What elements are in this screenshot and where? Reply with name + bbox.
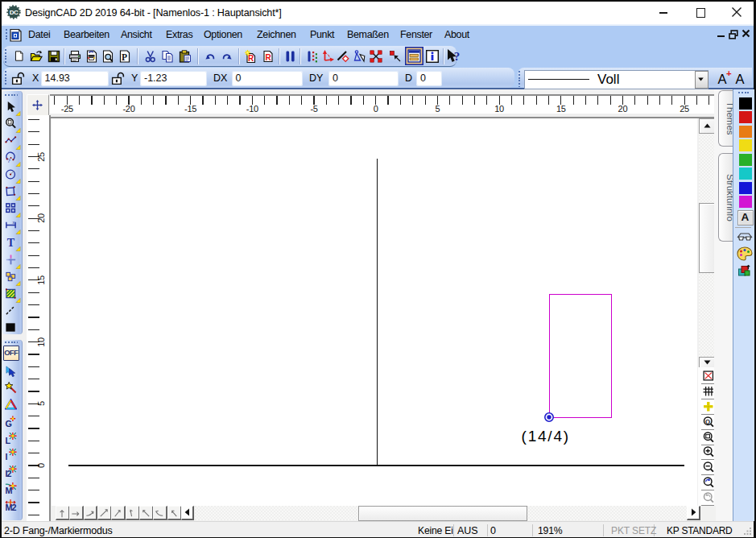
svg-text:T: T	[7, 237, 15, 249]
svg-text:DC: DC	[10, 9, 19, 16]
svg-text:M: M	[5, 486, 12, 495]
svg-text:R: R	[248, 54, 254, 63]
svg-text:G: G	[5, 418, 11, 427]
svg-text:x: x	[12, 220, 14, 225]
svg-text:?: ?	[454, 50, 461, 63]
svg-text:Q: Q	[705, 417, 710, 424]
svg-text:I: I	[5, 452, 7, 461]
svg-text:P: P	[122, 52, 127, 62]
svg-text:R: R	[265, 53, 271, 62]
svg-text:L: L	[5, 435, 10, 444]
svg-text:?: ?	[7, 157, 10, 163]
svg-text:I2: I2	[5, 469, 11, 478]
